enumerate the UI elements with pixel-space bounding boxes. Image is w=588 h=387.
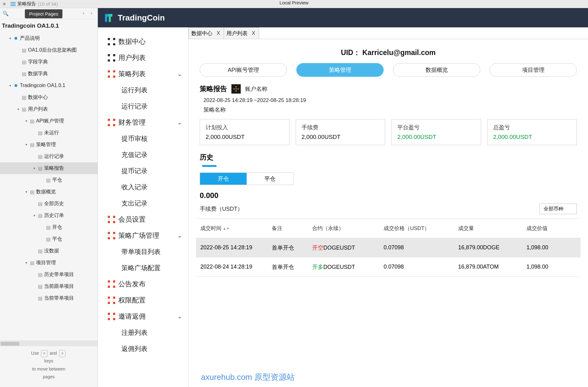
tree-item[interactable]: ▤平仓 [0,174,98,186]
toggle-close[interactable]: 平仓 [247,173,293,185]
page-icon: ▤ [21,94,27,100]
page-icon: ▤ [37,272,43,278]
nav-item[interactable]: 运行记录 [98,98,188,114]
trades-table: 成交时间▲▼ 备注 合约（永续） 成交价格（USDT） 成交量 成交价值 202… [196,219,581,277]
tree-item[interactable]: ▾▤策略报告 [0,162,98,174]
stat-card: 总盈亏2,000.00USDT [487,119,577,145]
page-icon: ▤ [29,260,35,266]
toggle-open[interactable]: 开仓 [200,173,247,185]
grid-icon [108,38,115,45]
tree-item[interactable]: ▤全部历史 [0,198,98,210]
page-icon: ▤ [37,283,43,289]
pill-tab[interactable]: 策略管理 [296,63,384,77]
tree-item[interactable]: ▾▤策略管理 [0,139,98,150]
hamburger-icon[interactable] [9,1,17,7]
account-name: 账户名称 [245,85,267,93]
pill-tab[interactable]: 数据概览 [393,63,480,77]
nav-item[interactable]: 策略广场管理⌄ [98,228,188,244]
tree-item[interactable]: ▤未运行 [0,127,98,139]
nav-item[interactable]: 收入记录 [98,179,188,195]
nav-item[interactable]: 权限配置 [98,292,188,308]
page-icon: ▤ [29,142,35,148]
nav-item[interactable]: 带单项目列表 [98,244,188,260]
tab-close-icon[interactable]: X [251,30,256,36]
nav-prev-icon[interactable]: ‹ [80,10,87,17]
table-row[interactable]: 2022-08-24 14:28:19首单开仓开多DOGEUSDT0.07098… [196,257,581,277]
folder-icon: ■ [12,83,19,88]
nav-item[interactable]: 提币记录 [98,163,188,179]
brand-name: TradingCoin [118,13,165,23]
tree-item[interactable]: ▤字段字典 [0,56,98,68]
svg-rect-2 [233,88,235,90]
kbd-left: < [41,350,48,357]
content-tab[interactable]: 用户列表X [224,27,259,39]
stat-card: 手续费2,000.00USDT [296,119,385,145]
binance-icon [231,84,241,94]
pill-tab[interactable]: 项目管理 [490,63,577,77]
nav-next-icon[interactable]: › [88,10,95,17]
pill-tab[interactable]: API账号管理 [200,63,287,77]
tree-item[interactable]: ▾▤项目管理 [0,257,98,269]
page-icon: ▤ [37,201,43,207]
tree-item[interactable]: ▤运行记录 [0,150,98,162]
nav-item[interactable]: 数据中心 [98,34,188,50]
close-icon[interactable]: ✕ [0,2,9,7]
tooltip-project-pages: Project Pages [25,9,62,18]
svg-rect-3 [237,88,239,90]
nav-item[interactable]: 充值记录 [98,147,188,163]
tree-item[interactable]: ▤当前带单项目 [0,292,98,304]
tree-item[interactable]: ▾▤API账户管理 [0,115,98,127]
tree-item[interactable]: ▤数据中心 [0,91,98,103]
tree-item[interactable]: ▤平仓 [0,233,98,245]
nav-item[interactable]: 注册列表 [98,325,188,341]
page-icon: ▤ [37,130,43,136]
tree-item[interactable]: ▤数据字典 [0,68,98,80]
watermark: axurehub.com 原型资源站 [201,372,295,383]
grid-icon [108,297,115,304]
nav-item[interactable]: 支出记录 [98,195,188,211]
page-icon: ▤ [29,118,35,124]
app-sidebar: 数据中心用户列表策略列表⌄运行列表运行记录财务管理⌄提币审核充值记录提币记录收入… [98,27,189,387]
nav-item[interactable]: 用户列表 [98,50,188,66]
tree-item[interactable]: ▾■Tradingcoin OA1.0.1 [0,80,98,91]
nav-item[interactable]: 策略列表⌄ [98,66,188,82]
nav-item[interactable]: 邀请返佣⌄ [98,308,188,325]
nav-item[interactable]: 会员设置 [98,211,188,228]
page-icon: ▤ [21,71,27,77]
tree-item[interactable]: ▾▤历史订单 [0,210,98,221]
nav-item[interactable]: 策略广场配置 [98,260,188,276]
nav-item[interactable]: 公告发布 [98,276,188,292]
content-tab[interactable]: 数据中心X [189,27,224,39]
svg-rect-1 [235,90,237,92]
breadcrumb: 策略报告 [17,1,36,7]
kbd-right: > [59,350,66,357]
tab-close-icon[interactable]: X [216,30,221,36]
nav-item[interactable]: 返佣列表 [98,341,188,357]
svg-rect-4 [235,88,237,90]
tree-item[interactable]: ▾■产品说明 [0,32,98,44]
tree-item[interactable]: ▤开仓 [0,221,98,233]
grid-icon [108,280,115,288]
tree-item[interactable]: ▤当前跟单项目 [0,280,98,292]
page-icon: ▤ [37,165,43,171]
page-icon: ▤ [45,177,52,183]
folder-icon: ■ [12,35,19,41]
history-toggle: 开仓 平仓 [200,173,294,185]
nav-hint: Use < and > keys to move between pages [0,346,98,387]
sort-icon[interactable]: ▲▼ [223,227,230,230]
tree-item[interactable]: ▾▤用户列表 [0,103,98,115]
page-icon: ▤ [21,47,27,53]
coin-filter-select[interactable]: 全部币种 [540,204,577,214]
grid-icon [108,119,115,126]
chevron-down-icon: ⌄ [177,71,182,77]
nav-item[interactable]: 财务管理⌄ [98,114,188,131]
tree-item[interactable]: ▾▤数据概览 [0,186,98,198]
tree-item[interactable]: ▤历史带单项目 [0,269,98,280]
tree-item[interactable]: ▤OA1.0后台信息架构图 [0,44,98,56]
search-icon[interactable]: 🔍 [2,11,9,16]
horizontal-scrollbar[interactable] [0,341,98,346]
nav-item[interactable]: 运行列表 [98,82,188,98]
nav-item[interactable]: 提币审核 [98,131,188,147]
table-row[interactable]: 2022-08-25 14:28:19首单开仓开空DOGEUSDT0.07098… [196,238,581,257]
tree-item[interactable]: ▤没数据 [0,245,98,257]
